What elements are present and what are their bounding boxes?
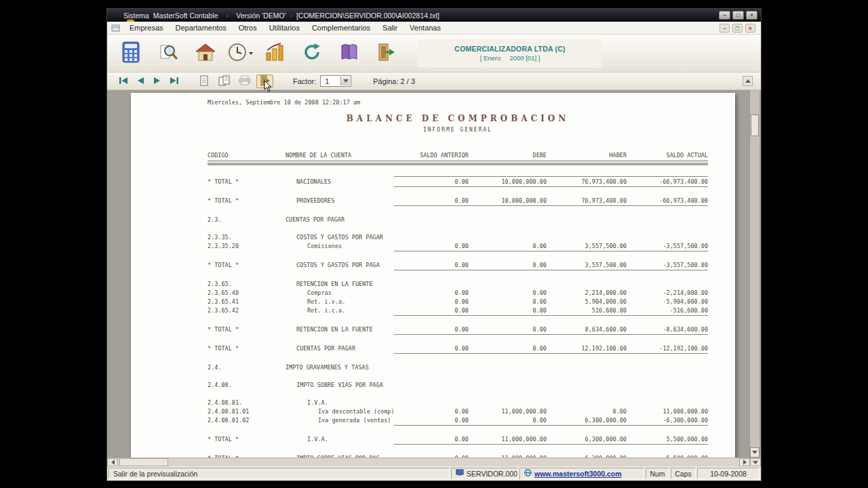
menu-salir[interactable]: Salir [376,22,403,33]
report-blank-row [208,336,708,344]
prev-page-button[interactable] [132,75,148,87]
company-info-panel: COMERCIALIZADORA LTDA (C) [ Enero 2000 [… [418,39,602,68]
server-monitor-icon [456,469,464,478]
calculator-icon [121,41,140,66]
vertical-scrollbar[interactable] [749,90,760,458]
report-row: 2.4.08.01.I.V.A. [208,399,708,407]
horizontal-scroll-thumb[interactable] [119,458,168,466]
scroll-down-button[interactable] [750,447,760,458]
search-icon [158,42,178,65]
status-date: 10-09-2008 [697,468,760,479]
scroll-right-button[interactable] [739,458,750,466]
menu-utilitarios[interactable]: Utilitarios [263,22,306,33]
arrow-up-icon [745,79,751,83]
horizontal-scrollbar[interactable] [107,458,761,466]
num-lock-indicator: Num [646,468,669,479]
calculator-button[interactable] [115,38,146,69]
scroll-corner-down-button[interactable] [750,458,761,466]
report-row: * TOTAL *PROVEEDORES0.0010,000,000.0076,… [208,197,708,205]
multi-page-view-button[interactable] [216,75,233,88]
process-refresh-icon [302,42,322,65]
website-link[interactable]: www.mastersoft3000.com [534,470,622,478]
first-page-icon [119,77,128,86]
factor-dropdown-button[interactable] [340,77,350,85]
reports-button[interactable] [259,38,290,69]
report-row: * TOTAL *RETENCION EN LA FUENTE0.000.008… [208,325,708,334]
report-row: 2.4.08.01.02Iva generada (ventas)0.000.0… [208,416,708,425]
menu-complementarios[interactable]: Complementarios [306,22,376,33]
report-row: 2.3.65.42Ret. i.c.a.0.000.00516,600.00-5… [208,306,708,315]
page-indicator: Página: 2 / 3 [373,77,415,85]
report-row: 2.3.35.COSTOS Y GASTOS POR PAGAR [208,233,708,242]
processes-button[interactable] [296,38,328,69]
window-close-button[interactable]: × [746,11,757,20]
report-row: 2.4.IMPTO GRAVAMENES Y TASAS [208,363,708,372]
window-maximize-button[interactable]: □ [732,11,744,20]
menu-empresas[interactable]: Empresas [123,22,170,33]
factor-select[interactable]: 1 [320,75,351,87]
vertical-scroll-thumb[interactable] [751,115,759,136]
report-title: BALANCE DE COMPROBACION [208,115,708,123]
factor-label: Factor: [293,77,316,85]
status-server-cell: SERVIDOR.000 [451,468,518,479]
report-row: * TOTAL *CUENTAS POR PAGAR0.000.0012,192… [208,344,708,353]
company-period: [ Enero 2000 [01] ] [480,54,540,62]
report-row: 2.3.65.40Compras0.000.002,214,000.00-2,2… [208,289,708,298]
print-icon [239,75,251,87]
main-toolbar: COMERCIALIZADORA LTDA (C) [ Enero 2000 [… [107,35,761,73]
mdi-window-controls: – □ × [719,24,758,33]
report-blank-row [208,167,708,176]
report-timestamp: Miercoles, Septiembre 10 de 2008 12:20:1… [208,98,708,107]
book-icon [339,43,359,64]
caps-lock-indicator: Caps [671,468,696,479]
window-minimize-button[interactable]: – [719,11,730,20]
search-button[interactable] [153,38,184,69]
report-page: Miercoles, Septiembre 10 de 2008 12:20:1… [131,93,735,458]
screen-letterbox: Sistema MasterSoft Contable · Versión 'D… [0,0,868,488]
document-window-icon [111,24,120,33]
report-row: 2.4.08.01.01Iva descontable (comp)0.0011… [208,407,708,416]
chevron-down-icon [343,79,349,83]
exit-button[interactable] [371,38,402,69]
view-buttons [195,75,277,88]
arrow-down-icon [752,451,757,454]
app-icon [111,11,119,20]
scroll-left-button[interactable] [107,458,118,466]
report-row: 2.3.35.20Comisiones0.000.003,557,500.00-… [208,242,708,251]
window-controls: – □ × [719,11,757,20]
clock-icon [227,42,248,65]
print-button[interactable] [236,75,253,88]
report-blank-row [208,390,708,399]
mdi-minimize-button[interactable]: – [719,24,730,33]
arrow-down-icon [753,461,758,464]
single-page-view-button[interactable] [195,75,212,88]
server-name: SERVIDOR.000 [467,470,517,478]
gold-chart-icon [264,42,285,65]
last-page-button[interactable] [166,75,182,87]
report-blank-row [208,354,708,363]
first-page-button[interactable] [115,75,131,87]
report-blank-row [208,252,708,261]
report-subtitle: INFORME GENERAL [208,125,708,134]
mdi-close-button[interactable]: × [745,24,755,33]
horizontal-scroll-track[interactable] [118,458,739,466]
menu-departamentos[interactable]: Departamentos [170,22,233,33]
scroll-up-button[interactable] [743,76,753,86]
next-page-button[interactable] [149,75,165,87]
close-preview-button[interactable] [256,75,273,88]
menu-otros[interactable]: Otros [233,22,263,33]
report-blank-row [208,317,708,325]
report-row: 2.4.08.IMPTO SOBRE VIAS POR PAGA [208,381,708,390]
chevron-down-icon [249,52,253,55]
arrow-left-icon [111,460,115,465]
history-button[interactable] [227,42,253,65]
report-row: * TOTAL *I.V.A.0.0011,000,000.006,300,00… [208,435,708,444]
home-button[interactable] [190,38,221,69]
mdi-restore-button[interactable]: □ [732,24,743,33]
menu-ventanas[interactable]: Ventanas [403,22,447,33]
report-blank-row [208,188,708,197]
manual-button[interactable] [334,38,365,69]
report-column-headers: CODIGO NOMBRE DE LA CUENTA SALDO ANTERIO… [208,151,708,160]
prev-page-icon [136,77,144,86]
report-blank-row [208,207,708,216]
